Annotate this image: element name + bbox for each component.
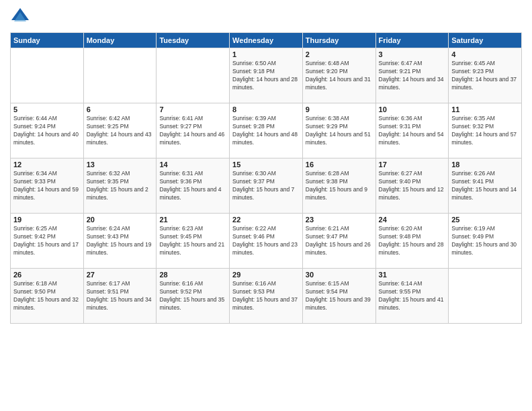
sunrise-text: Sunrise: 6:30 AM: [232, 170, 276, 177]
day-cell: [449, 269, 522, 324]
sunrise-text: Sunrise: 6:34 AM: [13, 170, 57, 177]
sunrise-text: Sunrise: 6:35 AM: [451, 115, 495, 122]
header-saturday: Saturday: [449, 33, 522, 48]
daylight-text: Daylight: 15 hours and 7 minutes.: [232, 186, 294, 201]
day-number: 24: [379, 216, 446, 224]
week-row-3: 12 Sunrise: 6:34 AM Sunset: 9:33 PM Dayl…: [11, 158, 522, 214]
daylight-text: Daylight: 15 hours and 32 minutes.: [13, 296, 79, 311]
sunrise-text: Sunrise: 6:17 AM: [87, 280, 130, 287]
day-number: 18: [451, 161, 519, 169]
logo: [10, 7, 32, 27]
daylight-text: Daylight: 15 hours and 39 minutes.: [306, 296, 371, 311]
week-row-2: 5 Sunrise: 6:44 AM Sunset: 9:24 PM Dayli…: [11, 103, 522, 158]
day-number: 7: [159, 105, 226, 113]
daylight-text: Daylight: 14 hours and 31 minutes.: [306, 76, 371, 91]
sunrise-text: Sunrise: 6:27 AM: [379, 170, 423, 177]
day-number: 29: [232, 271, 300, 279]
day-number: 25: [451, 216, 519, 224]
sunrise-text: Sunrise: 6:31 AM: [159, 170, 203, 177]
day-number: 2: [306, 50, 373, 58]
day-cell: 31 Sunrise: 6:14 AM Sunset: 9:55 PM Dayl…: [375, 269, 449, 324]
sunset-text: Sunset: 9:32 PM: [451, 123, 494, 130]
sunset-text: Sunset: 9:25 PM: [87, 123, 129, 130]
sunset-text: Sunset: 9:53 PM: [232, 288, 275, 295]
sunrise-text: Sunrise: 6:28 AM: [306, 170, 349, 177]
sunset-text: Sunset: 9:21 PM: [379, 68, 421, 75]
sunrise-text: Sunrise: 6:14 AM: [379, 280, 423, 287]
day-cell: 11 Sunrise: 6:35 AM Sunset: 9:32 PM Dayl…: [449, 103, 522, 158]
day-cell: 5 Sunrise: 6:44 AM Sunset: 9:24 PM Dayli…: [11, 103, 84, 158]
logo-icon: [10, 7, 30, 27]
sunrise-text: Sunrise: 6:15 AM: [306, 280, 349, 287]
sunrise-text: Sunrise: 6:45 AM: [451, 60, 495, 66]
day-number: 23: [306, 216, 373, 224]
daylight-text: Daylight: 15 hours and 12 minutes.: [379, 186, 444, 201]
sunset-text: Sunset: 9:33 PM: [13, 178, 56, 185]
day-cell: 6 Sunrise: 6:42 AM Sunset: 9:25 PM Dayli…: [83, 103, 157, 158]
sunset-text: Sunset: 9:18 PM: [232, 68, 275, 75]
sunset-text: Sunset: 9:42 PM: [13, 233, 56, 240]
sunset-text: Sunset: 9:52 PM: [159, 288, 202, 295]
day-cell: 8 Sunrise: 6:39 AM Sunset: 9:28 PM Dayli…: [230, 103, 303, 158]
sunrise-text: Sunrise: 6:47 AM: [379, 60, 423, 66]
sunrise-text: Sunrise: 6:23 AM: [159, 225, 203, 232]
day-number: 17: [379, 161, 446, 169]
sunset-text: Sunset: 9:43 PM: [87, 233, 129, 240]
page: SundayMondayTuesdayWednesdayThursdayFrid…: [0, 0, 532, 411]
sunset-text: Sunset: 9:31 PM: [379, 123, 421, 130]
daylight-text: Daylight: 15 hours and 37 minutes.: [232, 296, 298, 311]
sunset-text: Sunset: 9:24 PM: [13, 123, 56, 130]
header-wednesday: Wednesday: [230, 33, 303, 48]
sunset-text: Sunset: 9:40 PM: [379, 178, 421, 185]
daylight-text: Daylight: 15 hours and 17 minutes.: [13, 241, 79, 256]
day-cell: 18 Sunrise: 6:26 AM Sunset: 9:41 PM Dayl…: [449, 158, 522, 214]
daylight-text: Daylight: 15 hours and 2 minutes.: [87, 186, 148, 201]
daylight-text: Daylight: 14 hours and 28 minutes.: [232, 76, 298, 91]
sunrise-text: Sunrise: 6:16 AM: [232, 280, 276, 287]
day-cell: 9 Sunrise: 6:38 AM Sunset: 9:29 PM Dayli…: [302, 103, 375, 158]
sunset-text: Sunset: 9:49 PM: [451, 233, 494, 240]
day-cell: 24 Sunrise: 6:20 AM Sunset: 9:48 PM Dayl…: [375, 214, 449, 269]
daylight-text: Daylight: 14 hours and 54 minutes.: [379, 131, 444, 146]
day-cell: 1 Sunrise: 6:50 AM Sunset: 9:18 PM Dayli…: [230, 48, 303, 103]
day-cell: 13 Sunrise: 6:32 AM Sunset: 9:35 PM Dayl…: [83, 158, 157, 214]
sunset-text: Sunset: 9:45 PM: [159, 233, 202, 240]
day-cell: [11, 48, 84, 103]
header: [10, 7, 522, 27]
sunrise-text: Sunrise: 6:32 AM: [87, 170, 130, 177]
daylight-text: Daylight: 14 hours and 59 minutes.: [13, 186, 79, 201]
week-row-1: 1 Sunrise: 6:50 AM Sunset: 9:18 PM Dayli…: [11, 48, 522, 103]
day-cell: 3 Sunrise: 6:47 AM Sunset: 9:21 PM Dayli…: [375, 48, 449, 103]
daylight-text: Daylight: 14 hours and 37 minutes.: [451, 76, 517, 91]
day-cell: 14 Sunrise: 6:31 AM Sunset: 9:36 PM Dayl…: [157, 158, 230, 214]
day-number: 5: [13, 105, 81, 113]
day-number: 22: [232, 216, 300, 224]
sunrise-text: Sunrise: 6:42 AM: [87, 115, 130, 122]
day-cell: 4 Sunrise: 6:45 AM Sunset: 9:23 PM Dayli…: [449, 48, 522, 103]
header-friday: Friday: [375, 33, 449, 48]
day-number: 20: [87, 216, 154, 224]
sunrise-text: Sunrise: 6:38 AM: [306, 115, 349, 122]
sunrise-text: Sunrise: 6:50 AM: [232, 60, 276, 66]
header-sunday: Sunday: [11, 33, 84, 48]
day-number: 12: [13, 161, 81, 169]
day-number: 14: [159, 161, 226, 169]
day-number: 21: [159, 216, 226, 224]
day-number: 6: [87, 105, 154, 113]
day-number: 28: [159, 271, 226, 279]
daylight-text: Daylight: 15 hours and 26 minutes.: [306, 241, 371, 256]
daylight-text: Daylight: 15 hours and 14 minutes.: [451, 186, 517, 201]
sunset-text: Sunset: 9:48 PM: [379, 233, 421, 240]
sunset-text: Sunset: 9:55 PM: [379, 288, 421, 295]
sunset-text: Sunset: 9:28 PM: [232, 123, 275, 130]
day-number: 31: [379, 271, 446, 279]
sunrise-text: Sunrise: 6:19 AM: [451, 225, 495, 232]
sunrise-text: Sunrise: 6:26 AM: [451, 170, 495, 177]
sunrise-text: Sunrise: 6:16 AM: [159, 280, 203, 287]
sunset-text: Sunset: 9:47 PM: [306, 233, 348, 240]
daylight-text: Daylight: 15 hours and 9 minutes.: [306, 186, 367, 201]
sunset-text: Sunset: 9:54 PM: [306, 288, 348, 295]
day-number: 1: [232, 50, 300, 58]
daylight-text: Daylight: 15 hours and 30 minutes.: [451, 241, 517, 256]
sunset-text: Sunset: 9:41 PM: [451, 178, 494, 185]
